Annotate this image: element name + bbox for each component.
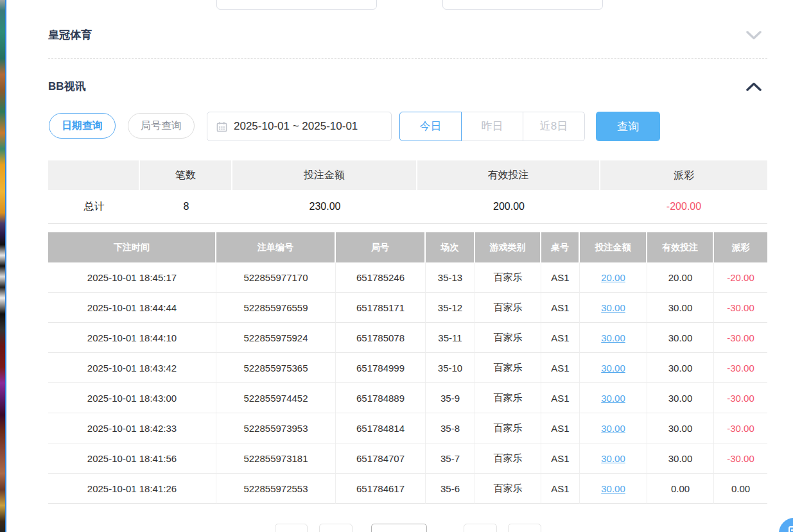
cell-bet-amount: 30.00	[580, 353, 647, 383]
cell-bet-time: 2025-10-01 18:42:33	[48, 413, 216, 443]
round-query-tab[interactable]: 局号查询	[128, 113, 195, 139]
cell-payout: 0.00	[714, 474, 767, 504]
cell-table-id: AS1	[541, 293, 580, 323]
summary-header-count: 笔数	[140, 160, 232, 190]
cell-payout: -20.00	[714, 262, 767, 293]
date-query-tab[interactable]: 日期查询	[49, 113, 116, 139]
header-round-id: 局号	[336, 232, 426, 262]
summary-header-row: 笔数 投注金额 有效投注 派彩	[48, 160, 767, 190]
cell-bet-amount: 30.00	[580, 443, 647, 474]
cell-table-id: AS1	[541, 383, 580, 413]
table-header-row: 下注时间 注单编号 局号 场次 游戏类别 桌号 投注金额 有效投注 派彩	[48, 232, 767, 262]
cell-bet-id: 522855973181	[216, 443, 336, 474]
cell-bet-id: 522855976559	[216, 293, 336, 323]
bet-amount-link[interactable]: 30.00	[601, 453, 625, 464]
pagination-page-button[interactable]	[319, 524, 353, 532]
section-divider	[48, 58, 767, 59]
cell-round-id: 651784707	[336, 443, 426, 474]
quick-range-group: 今日 昨日 近8日	[399, 112, 585, 141]
cell-bet-time: 2025-10-01 18:41:26	[48, 474, 216, 504]
cell-valid-bet: 0.00	[647, 474, 714, 504]
table-row: 2025-10-01 18:45:17522855977170651785246…	[48, 262, 767, 293]
top-input-1[interactable]	[216, 0, 377, 10]
pagination-page-size-select[interactable]	[371, 524, 427, 532]
date-range-value: 2025-10-01 ~ 2025-10-01	[234, 120, 358, 133]
cell-game-type: 百家乐	[475, 443, 541, 474]
cell-round-id: 651785171	[336, 293, 426, 323]
pagination-prev-button[interactable]	[275, 524, 308, 532]
section-crown-sports[interactable]: 皇冠体育	[48, 27, 767, 44]
cell-valid-bet: 30.00	[647, 383, 714, 413]
cell-bet-time: 2025-10-01 18:43:42	[48, 353, 216, 383]
calendar-icon	[216, 121, 227, 132]
cell-game-type: 百家乐	[475, 413, 541, 443]
summary-bet-amount-value: 230.00	[232, 190, 417, 224]
bet-amount-link[interactable]: 30.00	[601, 332, 625, 343]
search-button[interactable]: 查询	[596, 112, 660, 141]
cell-bet-id: 522855974452	[216, 383, 336, 413]
today-button[interactable]: 今日	[399, 112, 462, 141]
table-row: 2025-10-01 18:41:56522855973181651784707…	[48, 443, 767, 474]
cell-session: 35-8	[426, 413, 475, 443]
bet-amount-link[interactable]: 30.00	[601, 363, 625, 373]
cell-bet-id: 522855977170	[216, 262, 336, 293]
chevron-down-icon[interactable]	[746, 31, 762, 40]
summary-count-value: 8	[140, 190, 232, 224]
cell-payout: -30.00	[714, 293, 767, 323]
cell-table-id: AS1	[541, 474, 580, 504]
customer-service-float-button[interactable]	[779, 518, 793, 532]
bet-amount-link[interactable]: 30.00	[601, 302, 625, 313]
cell-bet-time: 2025-10-01 18:45:17	[48, 262, 216, 293]
bet-amount-link[interactable]: 30.00	[601, 393, 625, 404]
summary-table: 笔数 投注金额 有效投注 派彩 总计 8 230.00 200.00 -200.…	[48, 160, 767, 224]
summary-header-payout: 派彩	[600, 160, 767, 190]
cell-session: 35-11	[426, 323, 475, 353]
pagination-page-button[interactable]	[464, 524, 497, 532]
cell-round-id: 651784889	[336, 383, 426, 413]
cell-payout: -30.00	[714, 353, 767, 383]
cell-bet-amount: 30.00	[580, 293, 647, 323]
cell-bet-amount: 30.00	[580, 474, 647, 504]
cell-session: 35-10	[426, 353, 475, 383]
cell-session: 35-7	[426, 443, 475, 474]
bet-amount-link[interactable]: 20.00	[601, 272, 625, 283]
summary-header-bet-amount: 投注金额	[232, 160, 417, 190]
cell-bet-time: 2025-10-01 18:44:10	[48, 323, 216, 353]
top-input-2[interactable]	[442, 0, 603, 10]
summary-total-label: 总计	[48, 190, 140, 224]
chevron-up-icon[interactable]	[746, 82, 762, 91]
header-bet-amount: 投注金额	[580, 232, 647, 262]
cell-table-id: AS1	[541, 323, 580, 353]
service-form-icon	[789, 526, 793, 532]
section-title-bb-video: BB视讯	[48, 80, 86, 92]
cell-round-id: 651784814	[336, 413, 426, 443]
cell-bet-id: 522855972553	[216, 474, 336, 504]
cell-payout: -30.00	[714, 443, 767, 474]
cell-valid-bet: 30.00	[647, 413, 714, 443]
header-table-id: 桌号	[541, 232, 580, 262]
cell-bet-amount: 30.00	[580, 323, 647, 353]
cell-game-type: 百家乐	[475, 353, 541, 383]
cell-bet-amount: 30.00	[580, 413, 647, 443]
table-row: 2025-10-01 18:43:00522855974452651784889…	[48, 383, 767, 413]
cell-valid-bet: 30.00	[647, 293, 714, 323]
bet-amount-link[interactable]: 30.00	[601, 423, 625, 434]
summary-valid-bet-value: 200.00	[417, 190, 600, 224]
cell-table-id: AS1	[541, 262, 580, 293]
cell-game-type: 百家乐	[475, 383, 541, 413]
cell-game-type: 百家乐	[475, 293, 541, 323]
cell-table-id: AS1	[541, 413, 580, 443]
section-title-crown-sports: 皇冠体育	[48, 29, 92, 41]
table-row: 2025-10-01 18:44:10522855975924651785078…	[48, 323, 767, 353]
section-bb-video[interactable]: BB视讯	[48, 78, 767, 95]
pagination-next-button[interactable]	[508, 524, 541, 532]
bet-amount-link[interactable]: 30.00	[601, 483, 625, 494]
table-row: 2025-10-01 18:42:33522855973953651784814…	[48, 413, 767, 443]
cell-valid-bet: 30.00	[647, 443, 714, 474]
date-range-picker[interactable]: 2025-10-01 ~ 2025-10-01	[207, 112, 392, 141]
cell-session: 35-12	[426, 293, 475, 323]
yesterday-button[interactable]: 昨日	[461, 112, 523, 141]
cell-bet-id: 522855975924	[216, 323, 336, 353]
last-8-days-button[interactable]: 近8日	[523, 112, 585, 141]
cell-bet-amount: 20.00	[580, 262, 647, 293]
